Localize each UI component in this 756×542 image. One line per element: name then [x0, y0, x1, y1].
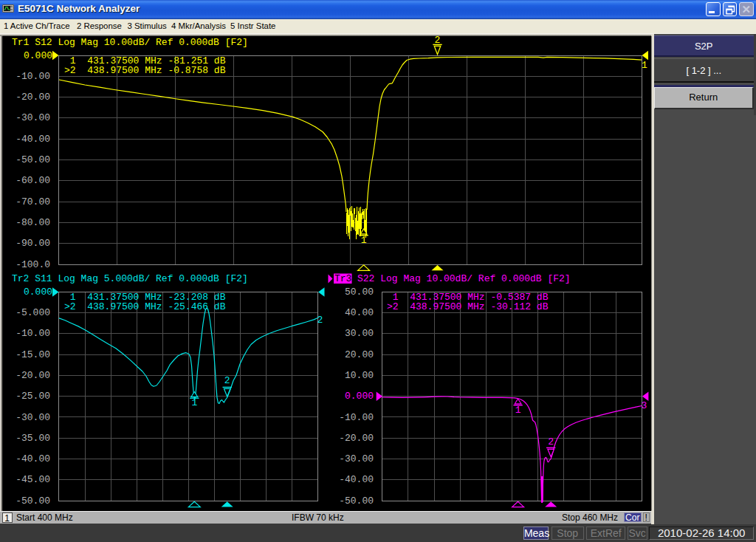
svg-text:-5.000: -5.000 [16, 307, 50, 318]
svg-text:-80.00: -80.00 [16, 217, 50, 228]
svg-text:1: 1 [191, 397, 197, 408]
svg-text:-30.00: -30.00 [16, 412, 50, 423]
svg-text:>2 438.97500 MHz -30.112 dB: >2 438.97500 MHz -30.112 dB [387, 301, 549, 312]
svg-text:Tr1 S12 Log Mag 10.00dB/ Ref 0: Tr1 S12 Log Mag 10.00dB/ Ref 0.000dB [F2… [12, 37, 248, 48]
svg-text:S22 Log Mag 10.00dB/ Ref 0.000: S22 Log Mag 10.00dB/ Ref 0.000dB [F2] [357, 273, 571, 284]
svg-text:-90.00: -90.00 [16, 238, 50, 249]
svg-text:-50.00: -50.00 [339, 495, 374, 507]
svg-text:2: 2 [548, 436, 554, 447]
svg-text:2: 2 [435, 35, 441, 46]
svg-text:-25.00: -25.00 [16, 391, 50, 402]
svg-text:-30.00: -30.00 [16, 112, 50, 123]
svg-text:-40.00: -40.00 [16, 453, 50, 464]
svg-text:Tr2 S11 Log Mag 5.000dB/ Ref 0: Tr2 S11 Log Mag 5.000dB/ Ref 0.000dB [F2… [12, 273, 248, 284]
svg-text:40.00: 40.00 [345, 307, 374, 318]
svg-text:1: 1 [361, 235, 367, 246]
svg-text:-35.00: -35.00 [16, 433, 50, 444]
svg-text:2: 2 [224, 375, 230, 386]
svg-text:10.00: 10.00 [345, 370, 374, 381]
svg-text:-50.00: -50.00 [16, 495, 50, 507]
svg-text:-15.00: -15.00 [16, 349, 50, 360]
svg-text:-70.00: -70.00 [16, 196, 50, 207]
svg-text:2: 2 [317, 315, 323, 326]
svg-text:-20.00: -20.00 [16, 370, 50, 381]
svg-text:-30.00: -30.00 [339, 453, 374, 464]
svg-text:-10.00: -10.00 [339, 412, 374, 423]
svg-text:-20.00: -20.00 [16, 92, 50, 103]
svg-text:-40.00: -40.00 [16, 134, 50, 145]
svg-text:3: 3 [642, 400, 647, 411]
svg-text:>2 438.97500 MHz -25.466 dB: >2 438.97500 MHz -25.466 dB [64, 301, 226, 312]
svg-text:30.00: 30.00 [345, 328, 374, 339]
svg-text:1: 1 [515, 405, 521, 416]
svg-text:0.000: 0.000 [345, 391, 374, 402]
svg-text:20.00: 20.00 [345, 349, 374, 360]
svg-text:-60.00: -60.00 [16, 175, 50, 186]
svg-text:-40.00: -40.00 [339, 474, 374, 485]
svg-text:-50.00: -50.00 [16, 154, 50, 165]
svg-text:0.000: 0.000 [24, 287, 52, 298]
svg-text:-45.00: -45.00 [16, 474, 50, 485]
svg-text:-20.00: -20.00 [339, 433, 374, 444]
svg-text:Tr3: Tr3 [334, 273, 351, 284]
svg-text:-100.0: -100.0 [16, 259, 50, 270]
svg-text:50.00: 50.00 [345, 287, 374, 298]
svg-text:0.000: 0.000 [24, 50, 52, 61]
svg-text:>2 438.97500 MHz -0.8758 dB: >2 438.97500 MHz -0.8758 dB [64, 65, 226, 76]
svg-text:1: 1 [642, 60, 647, 71]
svg-text:-10.00: -10.00 [16, 71, 50, 82]
svg-text:-10.00: -10.00 [16, 328, 50, 339]
